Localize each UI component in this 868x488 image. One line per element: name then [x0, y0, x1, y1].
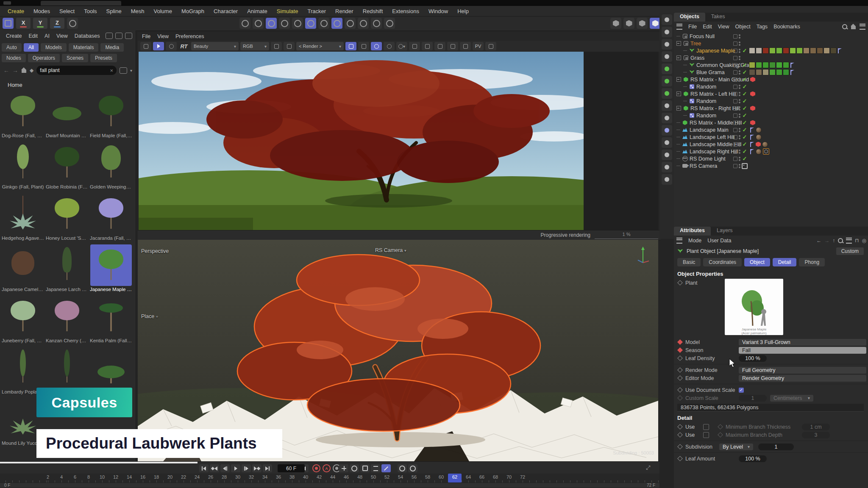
- timeline-tick[interactable]: 28: [217, 474, 231, 482]
- object-tree-row[interactable]: RS Matrix - Main Ground ✓: [674, 76, 868, 83]
- rt-toggle[interactable]: RT: [178, 42, 189, 50]
- timeline-tick[interactable]: 70: [502, 474, 516, 482]
- timeline-tick[interactable]: 30: [231, 474, 245, 482]
- enabled-checkmark[interactable]: ✓: [742, 91, 748, 97]
- timeline-tick[interactable]: 72: [516, 474, 529, 482]
- render-view-icon[interactable]: [239, 18, 250, 29]
- filter-icon[interactable]: [846, 238, 852, 244]
- annotation-flag-icon[interactable]: [838, 48, 842, 53]
- home-icon[interactable]: [21, 68, 27, 73]
- asset-item[interactable]: Japanese Larch (Fall, Pl...: [45, 244, 89, 296]
- pv-icon[interactable]: PV: [473, 42, 484, 50]
- timeline-tick[interactable]: 6: [68, 474, 82, 482]
- forward-icon[interactable]: →: [12, 67, 18, 74]
- expand-icon[interactable]: [676, 92, 681, 96]
- enabled-checkmark[interactable]: ✓: [742, 76, 748, 83]
- snap-icon[interactable]: [305, 18, 316, 29]
- use-min-branch-checkbox[interactable]: [703, 424, 709, 430]
- asset-thumbnail[interactable]: [2, 193, 44, 235]
- object-tree-row[interactable]: Landscape Left Hill ✓: [674, 133, 868, 141]
- visibility-dots[interactable]: [739, 128, 740, 132]
- asset-menu-item[interactable]: View: [56, 33, 68, 39]
- asset-thumbnail[interactable]: [2, 91, 44, 132]
- custom-scale-field[interactable]: 1: [739, 395, 767, 402]
- plant-preview-thumbnail[interactable]: Japanese Maple (Acer palmatum): [725, 279, 783, 335]
- magic-solo-icon[interactable]: [292, 18, 303, 29]
- timeline-ruler[interactable]: 2468101214161820222426283032343638404244…: [0, 474, 659, 482]
- timeline-tick[interactable]: 36: [272, 474, 285, 482]
- asset-thumbnail[interactable]: [46, 193, 88, 235]
- search-options-icon[interactable]: ▾: [130, 68, 132, 73]
- object-name[interactable]: Focus Null: [690, 33, 715, 39]
- layer-toggle[interactable]: [733, 121, 737, 125]
- layer-toggle[interactable]: [733, 128, 737, 132]
- visibility-dots[interactable]: [739, 70, 740, 75]
- visibility-dots[interactable]: [739, 157, 740, 161]
- asset-thumbnail[interactable]: [46, 296, 88, 337]
- layer-toggle[interactable]: [733, 106, 737, 111]
- timeline-tick[interactable]: 62: [448, 474, 462, 482]
- goto-start-button[interactable]: [199, 464, 209, 472]
- timeline-tick[interactable]: 52: [380, 474, 394, 482]
- asset-menu-item[interactable]: AI: [45, 33, 50, 39]
- object-name[interactable]: Japanese Maple: [696, 48, 735, 54]
- keyframe-presets-button[interactable]: [398, 464, 407, 472]
- timeline-tick[interactable]: 16: [136, 474, 150, 482]
- timeline-tick[interactable]: 18: [150, 474, 163, 482]
- layer-toggle[interactable]: [733, 70, 737, 75]
- object-name[interactable]: RS Matrix - Right Hill: [690, 105, 740, 111]
- asset-thumbnail[interactable]: [90, 244, 132, 286]
- capsule-layout-1-icon[interactable]: [610, 18, 621, 29]
- image-add-icon[interactable]: [460, 42, 471, 50]
- sphere-tool-icon[interactable]: [662, 39, 672, 50]
- filter-chip[interactable]: Models: [41, 43, 67, 52]
- timeline-tick[interactable]: 22: [177, 474, 190, 482]
- document-tab[interactable]: [41, 1, 121, 6]
- section-header[interactable]: Object Properties: [674, 268, 868, 279]
- timeline-tick[interactable]: 2: [41, 474, 55, 482]
- autokey-button[interactable]: A: [323, 464, 331, 472]
- layer-toggle[interactable]: [733, 164, 737, 168]
- annotation-flag-icon[interactable]: [790, 63, 795, 68]
- attribute-tab-button[interactable]: Detail: [773, 258, 797, 266]
- enabled-checkmark[interactable]: ✓: [742, 127, 748, 133]
- timeline-tick[interactable]: 64: [462, 474, 475, 482]
- subdivision-field[interactable]: 1: [758, 444, 794, 450]
- dither-icon[interactable]: [271, 42, 282, 50]
- layer-toggle[interactable]: [733, 85, 737, 89]
- asset-box-icon[interactable]: [120, 67, 127, 74]
- asset-item[interactable]: Dog-Rose (Fall, Plant): [1, 91, 45, 142]
- expand-icon[interactable]: [676, 55, 681, 60]
- asset-thumbnail[interactable]: [2, 296, 44, 337]
- cube-tool-icon[interactable]: [662, 162, 672, 172]
- enabled-checkmark[interactable]: ✓: [742, 105, 748, 111]
- menubar-item[interactable]: Simulate: [277, 8, 298, 14]
- object-tree-row[interactable]: Landscape Right Hill ✓: [674, 148, 868, 155]
- annotation-flag-icon[interactable]: [790, 70, 795, 75]
- timeline-tick[interactable]: 60: [434, 474, 448, 482]
- max-branch-field[interactable]: 3: [802, 432, 830, 438]
- layer-toggle[interactable]: [733, 78, 737, 82]
- axis-lock-button[interactable]: X: [16, 18, 31, 29]
- visibility-dots[interactable]: [739, 34, 740, 39]
- layer-toggle[interactable]: [733, 42, 737, 46]
- object-tree-row[interactable]: RS Matrix - Middle Hill ✓: [674, 119, 868, 126]
- enabled-checkmark[interactable]: ✓: [742, 155, 748, 162]
- channel-dropdown[interactable]: RGB▾: [240, 42, 269, 50]
- layer-toggle[interactable]: [733, 56, 737, 60]
- enabled-checkmark[interactable]: ✓: [742, 47, 748, 54]
- filter-chip[interactable]: All: [24, 43, 39, 52]
- focus-icon[interactable]: [409, 42, 420, 50]
- field-icon[interactable]: [662, 137, 672, 148]
- render-settings-icon[interactable]: [266, 18, 277, 29]
- refresh-icon[interactable]: [166, 42, 177, 50]
- annotation-flag-icon[interactable]: [750, 135, 754, 140]
- redshift-tag-icon[interactable]: [750, 106, 755, 111]
- asset-thumbnail[interactable]: [90, 296, 132, 337]
- favorites-icon[interactable]: ◆: [30, 67, 33, 73]
- enabled-checkmark[interactable]: ✓: [742, 119, 748, 126]
- material-swatches[interactable]: [749, 47, 837, 54]
- preview-range-bar[interactable]: 0 F 72 F: [0, 482, 659, 488]
- axis-mod-icon[interactable]: [384, 18, 395, 29]
- measure-icon[interactable]: [662, 100, 672, 111]
